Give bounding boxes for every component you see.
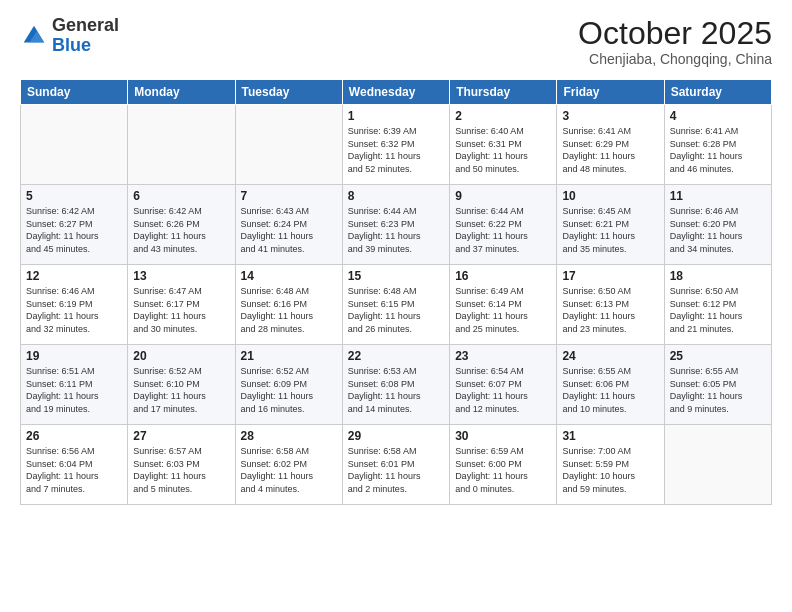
day-number: 18	[670, 269, 766, 283]
logo: General Blue	[20, 16, 119, 56]
calendar-cell: 31Sunrise: 7:00 AMSunset: 5:59 PMDayligh…	[557, 425, 664, 505]
calendar-header-row: SundayMondayTuesdayWednesdayThursdayFrid…	[21, 80, 772, 105]
calendar-cell: 14Sunrise: 6:48 AMSunset: 6:16 PMDayligh…	[235, 265, 342, 345]
day-number: 4	[670, 109, 766, 123]
day-info: Sunrise: 6:39 AMSunset: 6:32 PMDaylight:…	[348, 125, 444, 175]
day-info: Sunrise: 6:44 AMSunset: 6:23 PMDaylight:…	[348, 205, 444, 255]
calendar-cell: 16Sunrise: 6:49 AMSunset: 6:14 PMDayligh…	[450, 265, 557, 345]
day-number: 3	[562, 109, 658, 123]
calendar-cell: 20Sunrise: 6:52 AMSunset: 6:10 PMDayligh…	[128, 345, 235, 425]
calendar-cell	[128, 105, 235, 185]
calendar-cell: 8Sunrise: 6:44 AMSunset: 6:23 PMDaylight…	[342, 185, 449, 265]
day-info: Sunrise: 6:56 AMSunset: 6:04 PMDaylight:…	[26, 445, 122, 495]
day-info: Sunrise: 6:50 AMSunset: 6:12 PMDaylight:…	[670, 285, 766, 335]
day-info: Sunrise: 6:48 AMSunset: 6:16 PMDaylight:…	[241, 285, 337, 335]
calendar-cell: 1Sunrise: 6:39 AMSunset: 6:32 PMDaylight…	[342, 105, 449, 185]
page: General Blue October 2025 Chenjiaba, Cho…	[0, 0, 792, 521]
calendar-cell: 17Sunrise: 6:50 AMSunset: 6:13 PMDayligh…	[557, 265, 664, 345]
calendar-week-row: 1Sunrise: 6:39 AMSunset: 6:32 PMDaylight…	[21, 105, 772, 185]
day-info: Sunrise: 6:43 AMSunset: 6:24 PMDaylight:…	[241, 205, 337, 255]
day-info: Sunrise: 6:57 AMSunset: 6:03 PMDaylight:…	[133, 445, 229, 495]
day-number: 22	[348, 349, 444, 363]
day-info: Sunrise: 6:46 AMSunset: 6:19 PMDaylight:…	[26, 285, 122, 335]
calendar-cell	[235, 105, 342, 185]
day-number: 11	[670, 189, 766, 203]
header: General Blue October 2025 Chenjiaba, Cho…	[20, 16, 772, 67]
day-number: 21	[241, 349, 337, 363]
day-info: Sunrise: 6:50 AMSunset: 6:13 PMDaylight:…	[562, 285, 658, 335]
calendar-cell: 4Sunrise: 6:41 AMSunset: 6:28 PMDaylight…	[664, 105, 771, 185]
day-info: Sunrise: 6:55 AMSunset: 6:05 PMDaylight:…	[670, 365, 766, 415]
calendar-cell: 28Sunrise: 6:58 AMSunset: 6:02 PMDayligh…	[235, 425, 342, 505]
calendar-cell: 26Sunrise: 6:56 AMSunset: 6:04 PMDayligh…	[21, 425, 128, 505]
logo-blue: Blue	[52, 36, 119, 56]
day-number: 12	[26, 269, 122, 283]
location: Chenjiaba, Chongqing, China	[578, 51, 772, 67]
day-number: 9	[455, 189, 551, 203]
day-number: 25	[670, 349, 766, 363]
day-info: Sunrise: 6:51 AMSunset: 6:11 PMDaylight:…	[26, 365, 122, 415]
month-title: October 2025	[578, 16, 772, 51]
calendar-cell: 13Sunrise: 6:47 AMSunset: 6:17 PMDayligh…	[128, 265, 235, 345]
day-number: 19	[26, 349, 122, 363]
day-number: 7	[241, 189, 337, 203]
day-number: 2	[455, 109, 551, 123]
calendar-day-header: Thursday	[450, 80, 557, 105]
day-number: 29	[348, 429, 444, 443]
day-number: 31	[562, 429, 658, 443]
calendar-day-header: Tuesday	[235, 80, 342, 105]
calendar-day-header: Monday	[128, 80, 235, 105]
calendar-day-header: Sunday	[21, 80, 128, 105]
day-number: 14	[241, 269, 337, 283]
calendar-cell: 19Sunrise: 6:51 AMSunset: 6:11 PMDayligh…	[21, 345, 128, 425]
calendar-cell: 27Sunrise: 6:57 AMSunset: 6:03 PMDayligh…	[128, 425, 235, 505]
calendar-week-row: 5Sunrise: 6:42 AMSunset: 6:27 PMDaylight…	[21, 185, 772, 265]
calendar-cell: 2Sunrise: 6:40 AMSunset: 6:31 PMDaylight…	[450, 105, 557, 185]
day-number: 26	[26, 429, 122, 443]
calendar-week-row: 12Sunrise: 6:46 AMSunset: 6:19 PMDayligh…	[21, 265, 772, 345]
day-info: Sunrise: 6:49 AMSunset: 6:14 PMDaylight:…	[455, 285, 551, 335]
calendar-cell: 29Sunrise: 6:58 AMSunset: 6:01 PMDayligh…	[342, 425, 449, 505]
calendar-cell: 11Sunrise: 6:46 AMSunset: 6:20 PMDayligh…	[664, 185, 771, 265]
day-info: Sunrise: 6:44 AMSunset: 6:22 PMDaylight:…	[455, 205, 551, 255]
calendar-cell: 5Sunrise: 6:42 AMSunset: 6:27 PMDaylight…	[21, 185, 128, 265]
day-number: 1	[348, 109, 444, 123]
day-number: 13	[133, 269, 229, 283]
day-info: Sunrise: 6:46 AMSunset: 6:20 PMDaylight:…	[670, 205, 766, 255]
calendar-cell: 24Sunrise: 6:55 AMSunset: 6:06 PMDayligh…	[557, 345, 664, 425]
calendar-cell	[664, 425, 771, 505]
day-number: 17	[562, 269, 658, 283]
day-info: Sunrise: 6:52 AMSunset: 6:10 PMDaylight:…	[133, 365, 229, 415]
day-number: 20	[133, 349, 229, 363]
calendar-cell: 18Sunrise: 6:50 AMSunset: 6:12 PMDayligh…	[664, 265, 771, 345]
day-number: 16	[455, 269, 551, 283]
day-number: 28	[241, 429, 337, 443]
day-info: Sunrise: 6:42 AMSunset: 6:27 PMDaylight:…	[26, 205, 122, 255]
day-number: 23	[455, 349, 551, 363]
calendar: SundayMondayTuesdayWednesdayThursdayFrid…	[20, 79, 772, 505]
day-info: Sunrise: 6:48 AMSunset: 6:15 PMDaylight:…	[348, 285, 444, 335]
day-info: Sunrise: 6:40 AMSunset: 6:31 PMDaylight:…	[455, 125, 551, 175]
day-number: 15	[348, 269, 444, 283]
day-info: Sunrise: 6:41 AMSunset: 6:28 PMDaylight:…	[670, 125, 766, 175]
day-info: Sunrise: 6:58 AMSunset: 6:01 PMDaylight:…	[348, 445, 444, 495]
calendar-cell: 21Sunrise: 6:52 AMSunset: 6:09 PMDayligh…	[235, 345, 342, 425]
day-number: 30	[455, 429, 551, 443]
calendar-cell: 9Sunrise: 6:44 AMSunset: 6:22 PMDaylight…	[450, 185, 557, 265]
calendar-cell: 30Sunrise: 6:59 AMSunset: 6:00 PMDayligh…	[450, 425, 557, 505]
day-number: 24	[562, 349, 658, 363]
calendar-day-header: Friday	[557, 80, 664, 105]
calendar-day-header: Saturday	[664, 80, 771, 105]
day-info: Sunrise: 7:00 AMSunset: 5:59 PMDaylight:…	[562, 445, 658, 495]
day-info: Sunrise: 6:47 AMSunset: 6:17 PMDaylight:…	[133, 285, 229, 335]
calendar-cell: 12Sunrise: 6:46 AMSunset: 6:19 PMDayligh…	[21, 265, 128, 345]
day-number: 5	[26, 189, 122, 203]
day-info: Sunrise: 6:45 AMSunset: 6:21 PMDaylight:…	[562, 205, 658, 255]
day-info: Sunrise: 6:42 AMSunset: 6:26 PMDaylight:…	[133, 205, 229, 255]
logo-general: General	[52, 16, 119, 36]
day-number: 6	[133, 189, 229, 203]
calendar-cell: 25Sunrise: 6:55 AMSunset: 6:05 PMDayligh…	[664, 345, 771, 425]
calendar-cell: 3Sunrise: 6:41 AMSunset: 6:29 PMDaylight…	[557, 105, 664, 185]
logo-text: General Blue	[52, 16, 119, 56]
day-info: Sunrise: 6:55 AMSunset: 6:06 PMDaylight:…	[562, 365, 658, 415]
